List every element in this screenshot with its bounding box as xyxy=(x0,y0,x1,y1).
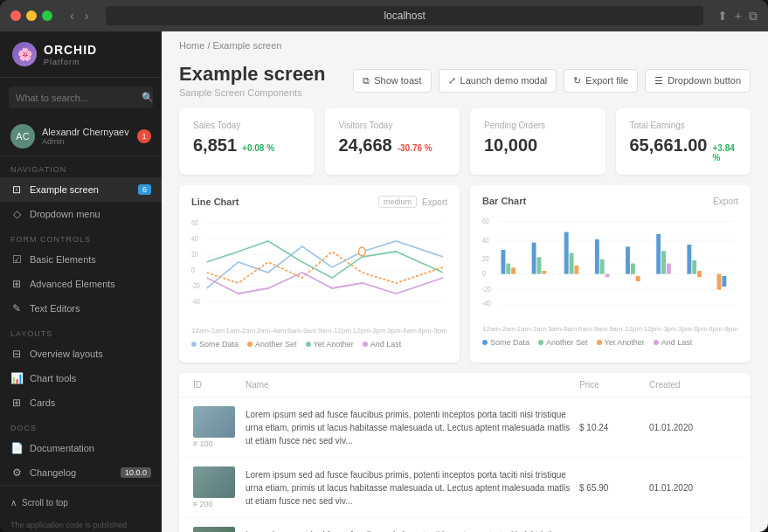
svg-text:-40: -40 xyxy=(191,297,200,306)
share-icon[interactable]: ⬆ xyxy=(717,9,728,24)
bar-chart-header: Bar Chart Export xyxy=(482,196,738,206)
close-button[interactable] xyxy=(10,10,21,21)
table-row: # 200 Lorem ipsum sed ad fusce faucibus … xyxy=(179,458,751,518)
table-cell-price: $ 65.90 xyxy=(579,483,649,493)
advanced-elements-icon: ⊞ xyxy=(10,278,23,290)
bar-chart-legend: Some Data Another Set Yet Another And La… xyxy=(482,338,738,347)
line-chart-export[interactable]: Export xyxy=(422,197,447,207)
scroll-top-label: Scroll to top xyxy=(22,498,68,508)
show-toast-button[interactable]: ⧉ Show toast xyxy=(353,69,431,93)
svg-text:0: 0 xyxy=(191,266,195,274)
sidebar-item-label: Example screen xyxy=(30,184,99,195)
bar-chart-x-labels: 12am-2am1am-3am3am-6am6am-9am9am-12pm12p… xyxy=(482,325,738,333)
sidebar-logo: 🌸 ORCHID Platform xyxy=(0,31,162,78)
sidebar-item-overview-layouts[interactable]: ⊟ Overview layouts xyxy=(0,342,162,366)
sidebar-item-label: Cards xyxy=(30,397,55,408)
svg-rect-30 xyxy=(542,271,546,274)
page-header: Example screen Sample Screen Components … xyxy=(162,59,768,108)
overview-layouts-icon: ⊟ xyxy=(10,348,23,360)
svg-rect-27 xyxy=(511,267,515,273)
stat-card-visitors: Visitors Today 24,668 -30.76 % xyxy=(325,108,460,175)
sidebar-item-example-screen[interactable]: ⊡ Example screen 6 xyxy=(0,177,162,202)
sidebar-item-cards[interactable]: ⊞ Cards xyxy=(0,390,162,415)
bar-chart-export[interactable]: Export xyxy=(713,197,738,206)
address-bar[interactable]: localhost xyxy=(106,6,702,25)
svg-rect-45 xyxy=(697,271,702,277)
toolbar-actions: ⬆ + ⧉ xyxy=(717,9,758,24)
sidebar-bottom: ∧ Scroll to top The application code is … xyxy=(0,485,162,532)
sidebar-item-text-editors[interactable]: ✎ Text Editors xyxy=(0,296,162,321)
svg-rect-31 xyxy=(564,232,569,274)
svg-text:-20: -20 xyxy=(482,285,491,294)
svg-rect-29 xyxy=(537,257,542,273)
svg-rect-41 xyxy=(661,251,666,273)
scroll-to-top[interactable]: ∧ Scroll to top xyxy=(0,493,162,513)
launch-modal-button[interactable]: ⤢ Launch demo modal xyxy=(439,69,557,93)
browser-window: ‹ › localhost ⬆ + ⧉ 🌸 ORCHID Platform 🔍 xyxy=(0,0,768,532)
table-cell-id: # 100 xyxy=(193,406,246,448)
basic-elements-icon: ☑ xyxy=(10,253,23,266)
scroll-top-icon: ∧ xyxy=(10,498,17,508)
col-header-price: Price xyxy=(579,380,649,390)
license-text: The application code is publishedunder t… xyxy=(0,513,162,532)
data-table: ID Name Price Created # 100 Lorem ipsum … xyxy=(179,373,751,532)
line-chart-tag: medium xyxy=(378,196,417,208)
table-cell-name: Lorem ipsum sed ad fusce faucibus primis… xyxy=(246,468,579,508)
main-content: Home / Example screen Example screen Sam… xyxy=(162,31,768,532)
dropdown-icon: ☰ xyxy=(654,75,663,86)
chart-tools-icon: 📊 xyxy=(10,372,23,384)
export-file-button[interactable]: ↻ Export file xyxy=(564,69,638,93)
table-cell-id: # 300 xyxy=(193,527,246,532)
svg-rect-39 xyxy=(636,276,640,281)
table-row: # 100 Lorem ipsum sed ad fusce faucibus … xyxy=(179,397,751,458)
sidebar-item-advanced-elements[interactable]: ⊞ Advanced Elements xyxy=(0,272,162,296)
bar-chart-title: Bar Chart xyxy=(482,196,526,206)
search-bar[interactable]: 🔍 xyxy=(9,86,153,108)
sidebar-item-dropdown-menu[interactable]: ◇ Dropdown menu xyxy=(0,202,162,226)
svg-text:60: 60 xyxy=(191,218,198,227)
breadcrumb-home[interactable]: Home xyxy=(179,40,204,51)
sidebar-item-basic-elements[interactable]: ☑ Basic Elements xyxy=(0,247,162,272)
sidebar-item-label: Advanced Elements xyxy=(30,279,115,289)
table-cell-created: 01.01.2020 xyxy=(649,423,737,432)
changelog-icon: ⚙ xyxy=(10,466,23,479)
minimize-button[interactable] xyxy=(26,10,37,21)
nav-badge-example: 6 xyxy=(138,184,151,195)
page-title: Example screen xyxy=(179,63,326,86)
sidebar-item-documentation[interactable]: 📄 Documentation xyxy=(0,436,162,460)
nav-label-layouts: Layouts xyxy=(0,321,162,342)
svg-rect-37 xyxy=(626,246,630,273)
nav-label-navigation: Navigation xyxy=(0,156,162,177)
back-button[interactable]: ‹ xyxy=(66,7,78,24)
col-header-created: Created xyxy=(649,380,737,390)
sidebar-item-label: Text Editors xyxy=(30,303,80,314)
maximize-button[interactable] xyxy=(42,10,52,21)
table-row: # 300 Lorem ipsum sed ad fusce faucibus … xyxy=(179,518,751,532)
svg-rect-46 xyxy=(717,274,722,290)
line-chart-title: Line Chart xyxy=(191,197,239,207)
svg-rect-33 xyxy=(574,266,578,274)
svg-rect-40 xyxy=(656,234,661,274)
dropdown-button[interactable]: ☰ Dropdown button xyxy=(645,69,751,93)
add-tab-icon[interactable]: + xyxy=(735,9,742,24)
windows-icon[interactable]: ⧉ xyxy=(749,9,758,24)
line-chart-legend: Some Data Another Set Yet Another And La… xyxy=(191,340,447,349)
sidebar-item-chart-tools[interactable]: 📊 Chart tools xyxy=(0,366,162,390)
svg-point-12 xyxy=(358,247,365,256)
stat-value-visitors: 24,668 -30.76 % xyxy=(339,135,446,155)
forward-button[interactable]: › xyxy=(81,7,93,24)
table-cell-name: Lorem ipsum sed ad fusce faucibus primis… xyxy=(246,529,579,533)
bar-chart-card: Bar Chart Export 60 40 20 0 -20 -40 xyxy=(470,185,751,363)
dropdown-menu-icon: ◇ xyxy=(10,208,23,220)
svg-text:-20: -20 xyxy=(191,281,200,290)
stat-card-sales: Sales Today 6,851 +0.08 % xyxy=(179,108,315,175)
notification-badge[interactable]: 1 xyxy=(137,129,151,143)
sidebar-item-changelog[interactable]: ⚙ Changelog 10.0.0 xyxy=(0,460,162,485)
page-title-section: Example screen Sample Screen Components xyxy=(179,63,326,98)
user-section: AC Alexandr Chernyaev Admin 1 xyxy=(0,117,162,156)
svg-text:-40: -40 xyxy=(482,299,491,307)
search-input[interactable] xyxy=(16,93,136,103)
logo-icon: 🌸 xyxy=(12,42,37,66)
svg-rect-35 xyxy=(600,259,605,274)
breadcrumb-current: Example screen xyxy=(213,40,282,51)
